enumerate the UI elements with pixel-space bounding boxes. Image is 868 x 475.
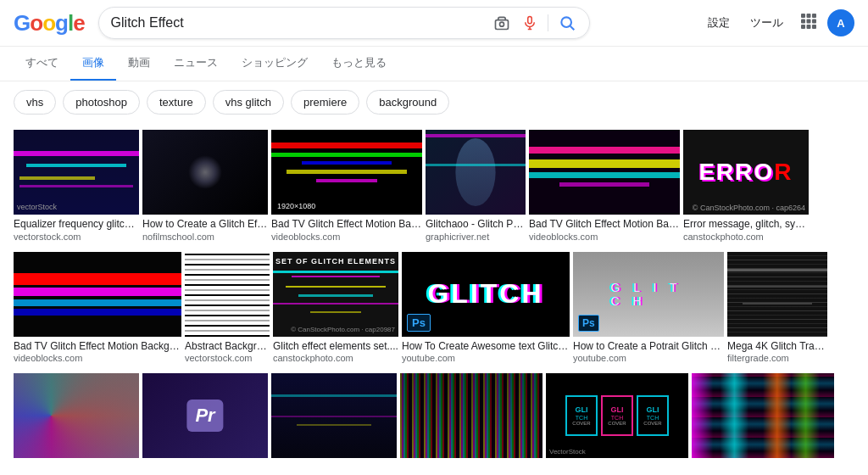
image-row-3: Pr: [14, 373, 854, 468]
svg-point-1: [499, 22, 504, 26]
image-card-14[interactable]: Pr: [142, 373, 268, 468]
image-source-12: filtergrade.com: [727, 353, 827, 363]
image-card-15[interactable]: [271, 373, 397, 468]
tab-images[interactable]: 画像: [70, 47, 116, 81]
image-source-1: vectorstock.com: [14, 232, 139, 242]
apps-icon[interactable]: [797, 9, 821, 37]
svg-rect-12: [812, 19, 816, 23]
image-title-8: Abstract Background with ...: [185, 340, 270, 354]
image-card-10[interactable]: GLITCH Ps How To Create Awesome text Gli…: [402, 252, 570, 371]
image-source-11: youtube.com: [573, 353, 724, 363]
chip-premiere[interactable]: premiere: [291, 90, 359, 115]
svg-rect-11: [807, 19, 811, 23]
svg-rect-2: [527, 17, 531, 24]
image-title-5: Bad TV Glitch Effect Motion Background -…: [529, 218, 680, 232]
search-input[interactable]: [111, 15, 485, 31]
image-title-6: Error message, glitch, system fail...: [683, 218, 809, 232]
chip-vhs[interactable]: vhs: [14, 90, 56, 115]
image-title-12: Mega 4K Glitch Transitions Pack for Vid.…: [727, 340, 827, 354]
search-button[interactable]: [557, 13, 577, 33]
google-logo: Google: [14, 10, 85, 36]
image-source-6: canstockphoto.com: [683, 232, 809, 242]
mic-icon[interactable]: [520, 14, 539, 32]
svg-rect-8: [807, 14, 811, 18]
image-source-8: vectorstock.com: [185, 353, 270, 363]
svg-line-6: [570, 26, 574, 31]
image-row-2: Bad TV Glitch Effect Motion Background -…: [14, 252, 854, 371]
image-title-11: How to Create a Potrait Glitch Effect in…: [573, 340, 724, 354]
settings-link[interactable]: 設定: [701, 12, 737, 34]
image-title-3: Bad TV Glitch Effect Motion Background -…: [271, 218, 422, 232]
image-card-4[interactable]: Glitchaoo - Glitch Photo Effe... graphic…: [426, 130, 526, 249]
header-right: 設定 ツール A: [701, 9, 854, 37]
search-bar: [98, 7, 590, 39]
image-title-2: How to Create a Glitch Effect in Premier…: [142, 218, 268, 232]
image-row-1: vectorStock Equalizer frequency glitch e…: [14, 130, 854, 249]
image-source-5: videoblocks.com: [529, 232, 680, 242]
svg-rect-9: [812, 14, 816, 18]
svg-rect-15: [812, 25, 816, 29]
tab-more[interactable]: もっと見る: [320, 47, 398, 81]
image-card-18[interactable]: [692, 373, 834, 468]
image-card-2[interactable]: How to Create a Glitch Effect in Premier…: [142, 130, 268, 249]
image-card-13[interactable]: [14, 373, 139, 468]
chip-photoshop[interactable]: photoshop: [63, 90, 140, 115]
image-source-4: graphicriver.net: [426, 232, 526, 242]
divider: [548, 14, 548, 31]
image-card-11[interactable]: G L I T C H Ps How to Create a Potrait G…: [573, 252, 724, 371]
image-card-16[interactable]: [400, 373, 542, 468]
tab-all[interactable]: すべて: [14, 47, 70, 81]
image-card-1[interactable]: vectorStock Equalizer frequency glitch e…: [14, 130, 139, 249]
svg-rect-14: [807, 25, 811, 29]
tab-shopping[interactable]: ショッピング: [230, 47, 320, 81]
image-title-4: Glitchaoo - Glitch Photo Effe...: [426, 218, 526, 232]
image-card-9[interactable]: SET OF GLITCH ELEMENTS © CanStockPhoto.c…: [273, 252, 398, 371]
image-title-1: Equalizer frequency glitch effect....: [14, 218, 139, 232]
chip-texture[interactable]: texture: [147, 90, 206, 115]
svg-point-5: [561, 17, 571, 27]
image-source-2: nofilmschool.com: [142, 232, 268, 242]
svg-rect-10: [801, 19, 805, 23]
image-source-10: youtube.com: [402, 353, 570, 363]
image-source-7: videoblocks.com: [14, 353, 181, 363]
image-title-10: How To Create Awesome text Glitch Effect…: [402, 340, 570, 354]
image-title-7: Bad TV Glitch Effect Motion Background -…: [14, 340, 181, 354]
chip-background[interactable]: background: [366, 90, 449, 115]
svg-rect-13: [801, 25, 805, 29]
svg-rect-7: [801, 14, 805, 18]
camera-icon[interactable]: [492, 13, 512, 33]
image-card-7[interactable]: Bad TV Glitch Effect Motion Background -…: [14, 252, 181, 371]
tools-link[interactable]: ツール: [743, 12, 790, 34]
header: Google 設定 ツール A: [0, 0, 868, 47]
image-card-17[interactable]: GLI TCH COVER GLI TCH COVER GLI TCH COVE…: [546, 373, 688, 468]
chip-vhs-glitch[interactable]: vhs glitch: [213, 90, 284, 115]
image-source-9: canstockphoto.com: [273, 353, 398, 363]
filter-chips: vhs photoshop texture vhs glitch premier…: [0, 81, 868, 123]
image-title-9: Glitch effect elements set....: [273, 340, 398, 354]
image-card-8[interactable]: Abstract Background with ... vectorstock…: [185, 252, 270, 371]
tab-news[interactable]: ニュース: [162, 47, 230, 81]
svg-rect-0: [495, 20, 508, 30]
image-card-12[interactable]: Mega 4K Glitch Transitions Pack for Vid.…: [727, 252, 827, 371]
image-source-3: videoblocks.com: [271, 232, 422, 242]
image-card-3[interactable]: 1920×1080 Bad TV Glitch Effect Motion Ba…: [271, 130, 422, 249]
image-grid: vectorStock Equalizer frequency glitch e…: [0, 123, 868, 475]
image-card-6[interactable]: ERRO R © CanStockPhoto.com · cap6264 Err…: [683, 130, 809, 249]
tab-video[interactable]: 動画: [116, 47, 162, 81]
image-card-5[interactable]: Bad TV Glitch Effect Motion Background -…: [529, 130, 680, 249]
avatar[interactable]: A: [827, 9, 854, 36]
nav-tabs: すべて 画像 動画 ニュース ショッピング もっと見る: [0, 47, 868, 81]
